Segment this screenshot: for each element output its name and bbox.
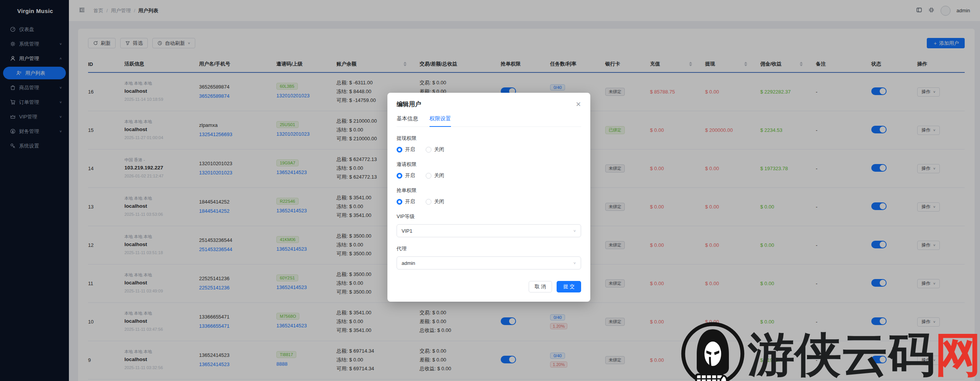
- tab-basic-info[interactable]: 基本信息: [397, 115, 418, 126]
- edit-user-modal: 编辑用户 ✕ 基本信息 权限设置 提现权限 开启 关闭 邀请权限 开启 关闭 抢…: [387, 93, 590, 302]
- radio-withdraw-on[interactable]: 开启: [397, 146, 415, 153]
- radio-unchecked-icon: [426, 173, 431, 179]
- modal-tabs: 基本信息 权限设置: [397, 115, 581, 127]
- field-label: VIP等级: [397, 213, 581, 220]
- chevron-down-icon: ∨: [573, 229, 576, 233]
- invite-permission-group: 邀请权限 开启 关闭: [397, 161, 581, 179]
- field-label: 邀请权限: [397, 161, 581, 168]
- vip-level-group: VIP等级 VIP1 ∨: [397, 213, 581, 237]
- field-label: 抢单权限: [397, 187, 581, 194]
- chevron-down-icon: ∨: [573, 261, 576, 265]
- cancel-button[interactable]: 取 消: [529, 281, 552, 292]
- radio-checked-icon: [397, 147, 402, 153]
- modal-title: 编辑用户: [397, 100, 421, 108]
- vip-level-select[interactable]: VIP1 ∨: [397, 224, 581, 237]
- radio-checked-icon: [397, 173, 402, 179]
- field-label: 提现权限: [397, 135, 581, 142]
- grab-permission-group: 抢单权限 开启 关闭: [397, 187, 581, 205]
- field-label: 代理: [397, 245, 581, 252]
- submit-button[interactable]: 提 交: [557, 281, 581, 292]
- radio-grab-on[interactable]: 开启: [397, 198, 415, 205]
- radio-invite-off[interactable]: 关闭: [426, 172, 444, 179]
- radio-invite-on[interactable]: 开启: [397, 172, 415, 179]
- agent-select[interactable]: admin ∨: [397, 256, 581, 269]
- modal-footer: 取 消 提 交: [397, 281, 581, 292]
- modal-header: 编辑用户 ✕: [397, 100, 581, 108]
- agent-group: 代理 admin ∨: [397, 245, 581, 269]
- close-icon[interactable]: ✕: [576, 101, 581, 108]
- tab-permission-settings[interactable]: 权限设置: [430, 115, 451, 127]
- withdraw-permission-group: 提现权限 开启 关闭: [397, 135, 581, 153]
- radio-withdraw-off[interactable]: 关闭: [426, 146, 444, 153]
- radio-checked-icon: [397, 199, 402, 205]
- radio-unchecked-icon: [426, 199, 431, 205]
- radio-unchecked-icon: [426, 147, 431, 153]
- radio-grab-off[interactable]: 关闭: [426, 198, 444, 205]
